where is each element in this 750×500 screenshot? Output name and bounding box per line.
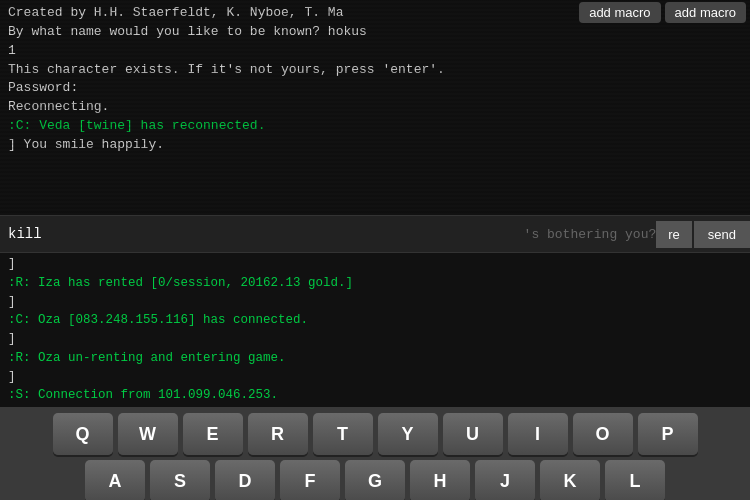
send-button[interactable]: send [694,221,750,248]
keyboard-rows: QWERTYUIOPASDFGHJKLZXCVBNM [3,413,747,500]
key-o[interactable]: O [573,413,633,455]
key-s[interactable]: S [150,460,210,500]
game-log-line: :R: Oza un-renting and entering game. [8,349,742,368]
input-bar: 's bothering you? re send [0,215,750,253]
key-r[interactable]: R [248,413,308,455]
keyboard: QWERTYUIOPASDFGHJKLZXCVBNM .?123 space G… [0,407,750,500]
terminal-line: Reconnecting. [8,98,742,117]
game-log-line: :R: Iza has rented [0/session, 20162.13 … [8,274,742,293]
key-q[interactable]: Q [53,413,113,455]
key-d[interactable]: D [215,460,275,500]
game-log: ]:R: Iza has rented [0/session, 20162.13… [0,253,750,407]
key-h[interactable]: H [410,460,470,500]
key-g[interactable]: G [345,460,405,500]
key-w[interactable]: W [118,413,178,455]
input-hint: 's bothering you? [524,227,657,242]
terminal-line: ] You smile happily. [8,136,742,155]
terminal-line: By what name would you like to be known?… [8,23,742,42]
terminal-line: Password: [8,79,742,98]
key-l[interactable]: L [605,460,665,500]
terminal-area: add macro add macro Created by H.H. Stae… [0,0,750,215]
game-log-line: ] [8,293,742,312]
game-log-line: ] [8,255,742,274]
terminal-line: :C: Veda [twine] has reconnected. [8,117,742,136]
game-log-line: ] [8,368,742,387]
game-log-line: :C: Oza [083.248.155.116] has connected. [8,311,742,330]
header-bar: add macro add macro [575,0,750,25]
add-macro-button-1[interactable]: add macro [579,2,660,23]
key-j[interactable]: J [475,460,535,500]
terminal-lines: By what name would you like to be known?… [8,23,742,155]
key-k[interactable]: K [540,460,600,500]
command-input[interactable] [0,226,524,242]
key-p[interactable]: P [638,413,698,455]
key-f[interactable]: F [280,460,340,500]
key-i[interactable]: I [508,413,568,455]
key-e[interactable]: E [183,413,243,455]
key-a[interactable]: A [85,460,145,500]
game-log-lines: ]:R: Iza has rented [0/session, 20162.13… [8,255,742,405]
key-y[interactable]: Y [378,413,438,455]
keyboard-row-1: ASDFGHJKL [3,460,747,500]
terminal-line: 1 [8,42,742,61]
re-button[interactable]: re [656,221,692,248]
game-log-line: ] [8,330,742,349]
key-t[interactable]: T [313,413,373,455]
keyboard-row-0: QWERTYUIOP [3,413,747,455]
key-u[interactable]: U [443,413,503,455]
add-macro-button-2[interactable]: add macro [665,2,746,23]
terminal-line: This character exists. If it's not yours… [8,61,742,80]
game-log-line: :S: Connection from 101.099.046.253. [8,386,742,405]
